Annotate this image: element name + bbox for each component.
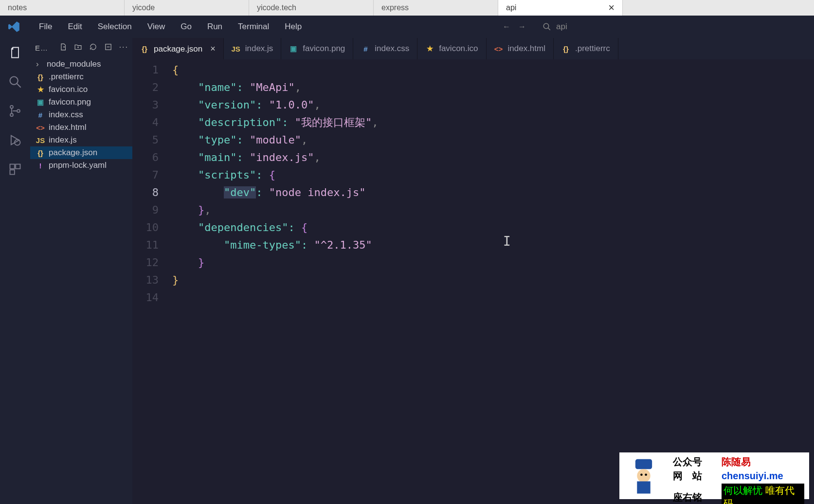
tab-index-css[interactable]: #index.css [353, 38, 417, 59]
svg-line-3 [17, 84, 21, 88]
svg-rect-8 [10, 164, 15, 169]
file-label: .prettierrc [49, 72, 84, 82]
search-icon[interactable] [7, 74, 23, 90]
browser-tabbar: notes yicode yicode.tech express api× [0, 0, 814, 16]
file-package-json[interactable]: {}package.json [30, 146, 132, 159]
more-icon[interactable]: ··· [119, 43, 128, 53]
file-label: index.html [49, 123, 86, 132]
explorer-icon[interactable] [7, 45, 23, 60]
menu-edit[interactable]: Edit [61, 20, 89, 34]
svg-point-16 [640, 473, 643, 476]
new-folder-icon[interactable] [74, 43, 82, 53]
close-icon[interactable]: × [210, 44, 216, 54]
activity-bar [0, 38, 30, 504]
new-file-icon[interactable] [59, 43, 67, 53]
vscode-logo-icon [8, 20, 21, 34]
menu-file[interactable]: File [32, 20, 59, 34]
tab-package-json[interactable]: {}package.json× [132, 38, 224, 59]
line-gutter: 1 2 3 4 5 6 7 8 9 10 11 12 13 14 [132, 61, 172, 306]
tab-index-js[interactable]: JSindex.js [224, 38, 282, 59]
refresh-icon[interactable] [89, 43, 97, 53]
file-label: pnpm-lock.yaml [49, 161, 107, 170]
file-label: index.css [49, 110, 83, 120]
close-icon[interactable]: × [608, 1, 615, 14]
tab-favicon-ico[interactable]: ★favicon.ico [417, 38, 486, 59]
editor-area: {}package.json× JSindex.js ▣favicon.png … [132, 38, 814, 504]
avatar-icon [619, 452, 668, 499]
nav-forward-icon[interactable]: → [518, 22, 526, 31]
editor-tabbar: {}package.json× JSindex.js ▣favicon.png … [132, 38, 814, 59]
file-label: index.js [49, 135, 77, 145]
menu-run[interactable]: Run [200, 20, 229, 34]
file-index-css[interactable]: #index.css [30, 108, 132, 121]
watermark-card: 公众号陈随易 网 站chensuiyi.me 座右铭何以解忧 唯有代码 [619, 452, 809, 499]
svg-point-17 [645, 473, 647, 476]
explorer-panel: E… ··· ›node_modules {}.prettierrc ★favi… [30, 38, 132, 504]
file-node_modules[interactable]: ›node_modules [30, 58, 132, 71]
menu-terminal[interactable]: Terminal [231, 20, 276, 34]
file-label: favicon.ico [49, 85, 88, 94]
browser-tab-express[interactable]: express [374, 0, 498, 16]
svg-point-6 [17, 109, 20, 112]
svg-point-5 [10, 113, 13, 116]
tab-favicon-png[interactable]: ▣favicon.png [281, 38, 353, 59]
file-favicon-ico[interactable]: ★favicon.ico [30, 83, 132, 96]
svg-point-0 [543, 23, 549, 29]
file-index-html[interactable]: <>index.html [30, 121, 132, 134]
nav-back-icon[interactable]: ← [503, 22, 510, 31]
collapse-icon[interactable] [104, 43, 112, 53]
file-prettierrc[interactable]: {}.prettierrc [30, 71, 132, 83]
search-placeholder: api [556, 22, 567, 32]
menubar: File Edit Selection View Go Run Terminal… [0, 16, 814, 38]
code-content[interactable]: { "name": "MeApi", "version": "1.0.0", "… [172, 61, 814, 306]
code-editor[interactable]: 1 2 3 4 5 6 7 8 9 10 11 12 13 14 { "name… [132, 59, 814, 306]
menu-go[interactable]: Go [174, 20, 199, 34]
extensions-icon[interactable] [7, 162, 23, 177]
menu-selection[interactable]: Selection [91, 20, 139, 34]
browser-tab-yicode[interactable]: yicode [125, 0, 249, 16]
file-label: node_modules [47, 59, 101, 69]
svg-point-14 [637, 469, 650, 482]
svg-rect-9 [16, 164, 20, 169]
file-index-js[interactable]: JSindex.js [30, 134, 132, 146]
file-label: package.json [49, 148, 97, 158]
menu-help[interactable]: Help [278, 20, 308, 34]
svg-line-1 [548, 28, 550, 30]
tab-prettierrc[interactable]: {}.prettierrc [554, 38, 618, 59]
browser-tab-yicodetech[interactable]: yicode.tech [249, 0, 374, 16]
tab-index-html[interactable]: <>index.html [487, 38, 554, 59]
browser-tab-api[interactable]: api× [498, 0, 623, 16]
explorer-label: E… [35, 44, 48, 52]
svg-point-2 [10, 77, 18, 85]
svg-rect-15 [637, 481, 650, 493]
svg-rect-10 [10, 170, 15, 174]
svg-rect-13 [635, 459, 652, 469]
file-favicon-png[interactable]: ▣favicon.png [30, 96, 132, 108]
svg-point-4 [10, 106, 13, 108]
file-pnpm-lock[interactable]: !pnpm-lock.yaml [30, 159, 132, 172]
menu-view[interactable]: View [141, 20, 172, 34]
file-label: favicon.png [49, 97, 91, 107]
text-cursor-icon: I [503, 233, 511, 250]
command-search[interactable]: api [543, 22, 727, 32]
source-control-icon[interactable] [7, 103, 23, 119]
browser-tab-notes[interactable]: notes [0, 0, 125, 16]
debug-icon[interactable] [7, 132, 23, 148]
